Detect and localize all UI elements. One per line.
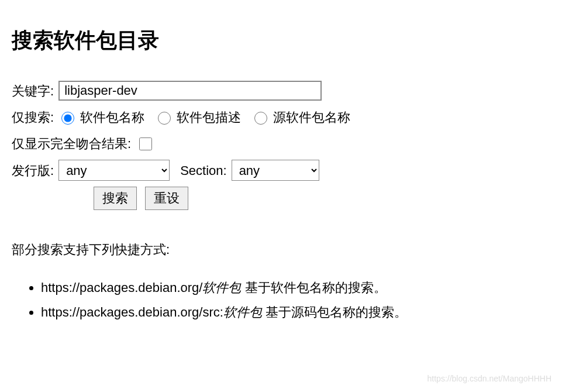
radio-src-pkg-name-group[interactable]: 源软件包名称 (251, 107, 350, 128)
keyword-label: 关键字: (12, 81, 54, 101)
search-on-row: 仅搜索: 软件包名称 软件包描述 源软件包名称 (12, 107, 550, 128)
radio-pkg-name-label: 软件包名称 (80, 107, 144, 128)
list-item: https://packages.debian.org/软件包 基于软件包名称的… (41, 277, 550, 298)
exact-row: 仅显示完全吻合结果: (12, 133, 550, 154)
shortcut-url-prefix: https://packages.debian.org/ (41, 280, 202, 295)
radio-pkg-name[interactable] (61, 112, 74, 125)
shortcut-description: 基于软件包名称的搜索。 (241, 280, 386, 295)
keyword-input[interactable] (58, 81, 322, 101)
radio-pkg-name-group[interactable]: 软件包名称 (58, 107, 144, 128)
radio-pkg-desc-label: 软件包描述 (177, 107, 241, 128)
dist-section-row: 发行版: any Section: any (12, 160, 550, 181)
shortcut-param: 软件包 (223, 305, 262, 319)
shortcuts-list: https://packages.debian.org/软件包 基于软件包名称的… (12, 277, 550, 322)
button-row: 搜索 重设 (94, 187, 550, 210)
shortcut-description: 基于源码包名称的搜索。 (262, 305, 407, 319)
radio-src-pkg-name[interactable] (254, 112, 267, 125)
shortcuts-intro: 部分搜索支持下列快捷方式: (12, 239, 550, 260)
radio-pkg-desc-group[interactable]: 软件包描述 (155, 107, 241, 128)
keyword-row: 关键字: (12, 81, 550, 101)
radio-src-pkg-name-label: 源软件包名称 (273, 107, 350, 128)
reset-button[interactable]: 重设 (145, 187, 188, 210)
shortcut-url-prefix: https://packages.debian.org/src: (41, 305, 223, 319)
page-title: 搜索软件包目录 (12, 23, 550, 57)
search-button[interactable]: 搜索 (94, 187, 137, 210)
list-item: https://packages.debian.org/src:软件包 基于源码… (41, 302, 550, 322)
distribution-select[interactable]: any (58, 160, 170, 181)
radio-pkg-desc[interactable] (158, 112, 171, 125)
section-select[interactable]: any (232, 160, 319, 181)
shortcut-param: 软件包 (202, 280, 241, 295)
exact-checkbox[interactable] (139, 137, 152, 150)
distribution-label: 发行版: (12, 160, 54, 181)
section-label: Section: (180, 160, 227, 181)
search-on-label: 仅搜索: (12, 107, 54, 128)
exact-label: 仅显示完全吻合结果: (12, 133, 131, 154)
